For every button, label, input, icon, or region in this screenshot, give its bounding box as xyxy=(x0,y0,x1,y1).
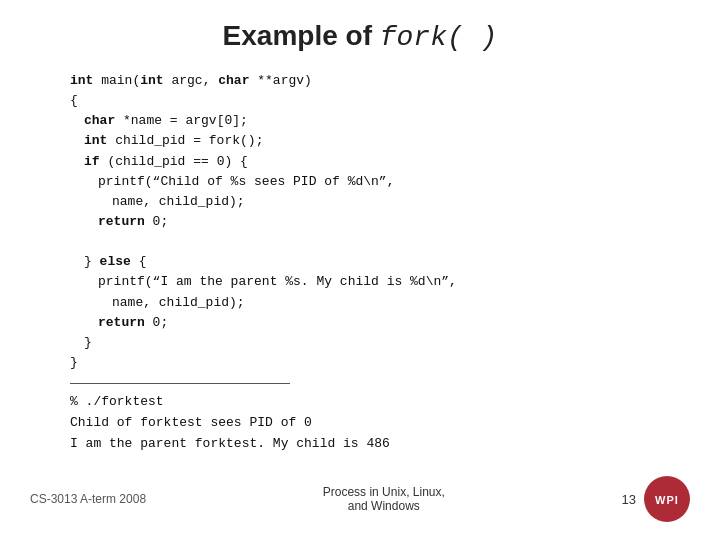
code-line-1: int main(int argc, char **argv) xyxy=(70,71,680,91)
output-line-3: I am the parent forktest. My child is 48… xyxy=(70,434,680,455)
code-line-11: name, child_pid); xyxy=(112,293,680,313)
footer: CS-3013 A-term 2008 Process in Unix, Lin… xyxy=(0,476,720,522)
code-block: int main(int argc, char **argv) { char *… xyxy=(70,71,680,373)
code-line-8: return 0; xyxy=(98,212,680,232)
code-line-12: return 0; xyxy=(98,313,680,333)
title-text: Example of xyxy=(223,20,380,51)
footer-center-line2: and Windows xyxy=(323,499,445,513)
output-line-2: Child of forktest sees PID of 0 xyxy=(70,413,680,434)
code-line-4: int child_pid = fork(); xyxy=(84,131,680,151)
title-code: fork( ) xyxy=(380,22,498,53)
wpi-logo-svg: WPI xyxy=(647,479,687,519)
code-line-9: } else { xyxy=(84,252,680,272)
footer-course: CS-3013 A-term 2008 xyxy=(30,492,146,506)
slide-container: Example of fork( ) int main(int argc, ch… xyxy=(0,0,720,540)
footer-topic: Process in Unix, Linux, and Windows xyxy=(323,485,445,513)
footer-right: 13 WPI xyxy=(622,476,690,522)
output-block: % ./forktest Child of forktest sees PID … xyxy=(70,392,680,454)
output-line-1: % ./forktest xyxy=(70,392,680,413)
code-line-2: { xyxy=(70,91,680,111)
slide-title: Example of fork( ) xyxy=(40,20,680,53)
code-line-5: if (child_pid == 0) { xyxy=(84,152,680,172)
footer-center-line1: Process in Unix, Linux, xyxy=(323,485,445,499)
code-line-13: } xyxy=(84,333,680,353)
code-line-7: name, child_pid); xyxy=(112,192,680,212)
svg-text:WPI: WPI xyxy=(655,494,679,506)
page-number: 13 xyxy=(622,492,636,507)
wpi-logo: WPI xyxy=(644,476,690,522)
code-line-3: char *name = argv[0]; xyxy=(84,111,680,131)
code-line-10: printf(“I am the parent %s. My child is … xyxy=(98,272,680,292)
section-divider xyxy=(70,383,290,384)
code-line-6: printf(“Child of %s sees PID of %d\n”, xyxy=(98,172,680,192)
code-line-14: } xyxy=(70,353,680,373)
